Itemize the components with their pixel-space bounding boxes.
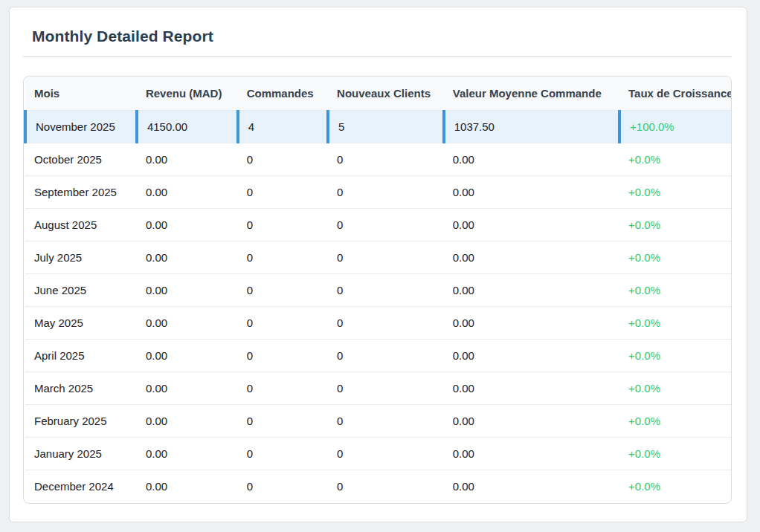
- cell-revenu: 4150.00: [137, 111, 238, 143]
- cell-valeur: 0.00: [444, 438, 619, 470]
- cell-mois: July 2025: [25, 241, 137, 274]
- cell-mois: September 2025: [25, 176, 137, 209]
- monthly-report-table: MoisRevenu (MAD)CommandesNouveaux Client…: [24, 77, 731, 503]
- cell-revenu: 0.00: [137, 340, 238, 372]
- table-row[interactable]: August 20250.00000.00+0.0%: [25, 209, 731, 241]
- cell-valeur: 0.00: [444, 176, 619, 209]
- cell-commandes: 0: [238, 143, 328, 176]
- cell-taux: +0.0%: [619, 176, 731, 209]
- cell-nouveaux: 0: [328, 372, 444, 405]
- cell-valeur: 0.00: [444, 372, 619, 405]
- cell-commandes: 0: [238, 176, 328, 209]
- cell-taux: +0.0%: [619, 372, 731, 405]
- cell-mois: June 2025: [25, 274, 137, 307]
- cell-taux: +0.0%: [619, 307, 731, 340]
- cell-valeur: 0.00: [444, 241, 619, 274]
- cell-revenu: 0.00: [137, 274, 238, 307]
- column-header-nouveaux: Nouveaux Clients: [328, 77, 444, 111]
- cell-commandes: 0: [238, 372, 328, 405]
- cell-valeur: 0.00: [444, 143, 619, 176]
- table-row[interactable]: July 20250.00000.00+0.0%: [25, 241, 731, 274]
- table-row[interactable]: October 20250.00000.00+0.0%: [25, 143, 731, 176]
- cell-taux: +0.0%: [619, 274, 731, 307]
- cell-revenu: 0.00: [137, 209, 238, 241]
- table-row[interactable]: May 20250.00000.00+0.0%: [25, 307, 731, 340]
- column-header-taux: Taux de Croissance: [619, 77, 731, 111]
- cell-revenu: 0.00: [137, 241, 238, 274]
- table-row[interactable]: September 20250.00000.00+0.0%: [25, 176, 731, 209]
- report-card: Monthly Detailed Report MoisRevenu (MAD)…: [9, 7, 747, 522]
- title-divider: [23, 56, 732, 57]
- cell-taux: +0.0%: [619, 340, 731, 372]
- cell-commandes: 0: [238, 438, 328, 470]
- cell-valeur: 0.00: [444, 470, 619, 503]
- cell-commandes: 0: [238, 340, 328, 372]
- cell-mois: January 2025: [25, 438, 137, 470]
- cell-revenu: 0.00: [137, 176, 238, 209]
- cell-nouveaux: 0: [328, 340, 444, 372]
- cell-commandes: 4: [238, 111, 328, 143]
- cell-taux: +0.0%: [619, 209, 731, 241]
- column-header-commandes: Commandes: [238, 77, 328, 111]
- cell-mois: December 2024: [25, 470, 137, 503]
- cell-taux: +0.0%: [619, 241, 731, 274]
- column-header-revenu: Revenu (MAD): [137, 77, 238, 111]
- cell-nouveaux: 0: [328, 405, 444, 438]
- cell-mois: April 2025: [25, 340, 137, 372]
- cell-mois: November 2025: [25, 111, 137, 143]
- cell-taux: +0.0%: [619, 143, 731, 176]
- cell-nouveaux: 0: [328, 143, 444, 176]
- cell-mois: October 2025: [25, 143, 137, 176]
- cell-nouveaux: 5: [328, 111, 444, 143]
- cell-commandes: 0: [238, 209, 328, 241]
- table-row[interactable]: April 20250.00000.00+0.0%: [25, 340, 731, 372]
- cell-commandes: 0: [238, 405, 328, 438]
- page-title: Monthly Detailed Report: [23, 27, 732, 46]
- cell-nouveaux: 0: [328, 470, 444, 503]
- cell-taux: +0.0%: [619, 470, 731, 503]
- cell-nouveaux: 0: [328, 241, 444, 274]
- cell-taux: +0.0%: [619, 405, 731, 438]
- cell-valeur: 0.00: [444, 340, 619, 372]
- table-row[interactable]: December 20240.00000.00+0.0%: [25, 470, 731, 503]
- cell-commandes: 0: [238, 274, 328, 307]
- cell-nouveaux: 0: [328, 274, 444, 307]
- cell-commandes: 0: [238, 241, 328, 274]
- table-row[interactable]: February 20250.00000.00+0.0%: [25, 405, 731, 438]
- cell-revenu: 0.00: [137, 470, 238, 503]
- column-header-valeur: Valeur Moyenne Commande: [444, 77, 619, 111]
- cell-commandes: 0: [238, 307, 328, 340]
- table-row[interactable]: March 20250.00000.00+0.0%: [25, 372, 731, 405]
- column-header-mois: Mois: [25, 77, 137, 111]
- cell-mois: August 2025: [25, 209, 137, 241]
- cell-mois: March 2025: [25, 372, 137, 405]
- cell-revenu: 0.00: [137, 143, 238, 176]
- cell-nouveaux: 0: [328, 438, 444, 470]
- cell-revenu: 0.00: [137, 307, 238, 340]
- table-row[interactable]: January 20250.00000.00+0.0%: [25, 438, 731, 470]
- cell-valeur: 0.00: [444, 405, 619, 438]
- cell-mois: May 2025: [25, 307, 137, 340]
- cell-commandes: 0: [238, 470, 328, 503]
- cell-taux: +100.0%: [619, 111, 731, 143]
- cell-nouveaux: 0: [328, 176, 444, 209]
- cell-revenu: 0.00: [137, 405, 238, 438]
- cell-revenu: 0.00: [137, 438, 238, 470]
- report-table-container: MoisRevenu (MAD)CommandesNouveaux Client…: [23, 76, 732, 504]
- cell-revenu: 0.00: [137, 372, 238, 405]
- cell-taux: +0.0%: [619, 438, 731, 470]
- cell-valeur: 1037.50: [444, 111, 619, 143]
- cell-mois: February 2025: [25, 405, 137, 438]
- table-header: MoisRevenu (MAD)CommandesNouveaux Client…: [25, 77, 731, 111]
- cell-nouveaux: 0: [328, 209, 444, 241]
- cell-nouveaux: 0: [328, 307, 444, 340]
- cell-valeur: 0.00: [444, 274, 619, 307]
- cell-valeur: 0.00: [444, 307, 619, 340]
- table-row[interactable]: November 20254150.00451037.50+100.0%: [25, 111, 731, 143]
- table-row[interactable]: June 20250.00000.00+0.0%: [25, 274, 731, 307]
- cell-valeur: 0.00: [444, 209, 619, 241]
